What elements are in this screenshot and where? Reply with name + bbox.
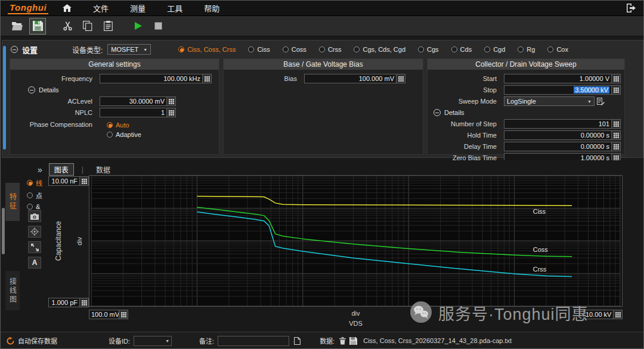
chevron-down-icon: ▼ xyxy=(143,48,147,52)
stop-button[interactable] xyxy=(150,18,166,35)
keypad-icon[interactable] xyxy=(202,74,211,83)
trace-style-option-2[interactable]: 点 xyxy=(27,191,42,200)
watermark: 服务号·Tonghui同惠 xyxy=(410,301,589,325)
param-option-6[interactable]: Cgs xyxy=(418,46,439,53)
chevron-down-icon: ▼ xyxy=(165,339,169,343)
frequency-field[interactable]: 100.000 kHz xyxy=(100,74,212,83)
statusbar: 自动保存数据 设备ID: ▼ 备注: 数据: Ciss, Coss, Crss_… xyxy=(1,332,643,349)
play-icon xyxy=(134,21,143,30)
phase-option-adaptive[interactable]: Adaptive xyxy=(107,131,141,138)
crosshair-icon xyxy=(30,228,39,236)
edit-list-button[interactable] xyxy=(596,96,605,106)
run-button[interactable] xyxy=(129,18,146,35)
save-data-button[interactable] xyxy=(349,337,357,345)
radio-icon xyxy=(418,46,424,52)
sweep-detail-label: Delay Time xyxy=(428,143,504,150)
keypad-icon[interactable] xyxy=(166,108,175,117)
copy-button[interactable] xyxy=(79,18,96,35)
param-option-9[interactable]: Rg xyxy=(518,46,535,53)
delete-data-button[interactable] xyxy=(339,337,346,345)
device-type-select[interactable]: MOSFET ▼ xyxy=(107,44,151,55)
data-label: 数据: xyxy=(320,336,335,345)
param-option-1[interactable]: Ciss, Coss, Crss xyxy=(178,46,236,53)
nplc-label: NPLC xyxy=(10,109,100,116)
param-option-7[interactable]: Cds xyxy=(451,46,472,53)
keypad-icon[interactable] xyxy=(166,97,175,105)
keypad-icon[interactable] xyxy=(611,142,620,151)
exit-icon xyxy=(626,4,636,13)
radio-icon xyxy=(451,46,457,52)
sweep-detail-row: Delay Time0.00000 s xyxy=(428,142,624,151)
nplc-field[interactable]: 1 xyxy=(100,108,176,117)
radio-icon xyxy=(27,192,33,198)
panel-title: Base / Gate Voltage Bias xyxy=(224,59,423,70)
sweep-detail-field[interactable]: 0.00000 s xyxy=(504,130,621,140)
drain-sweep-panel: Collector / Drain Voltage Sweep Start 1.… xyxy=(427,58,625,155)
edit-list-icon xyxy=(597,98,605,105)
text-annotation-button[interactable]: A xyxy=(28,257,41,269)
radio-icon xyxy=(484,46,490,52)
cut-button[interactable] xyxy=(59,18,76,35)
bias-field[interactable]: 100.000 mV xyxy=(304,74,405,83)
save-button[interactable] xyxy=(29,18,46,35)
tab-chart[interactable]: 图表 xyxy=(49,163,74,176)
keypad-icon[interactable] xyxy=(611,120,620,128)
keypad-icon[interactable] xyxy=(611,74,620,83)
keypad-icon[interactable] xyxy=(396,74,405,83)
radio-icon xyxy=(319,46,325,52)
side-tab-wiring-diagram[interactable]: 接线图 xyxy=(5,271,20,310)
param-option-4[interactable]: Crss xyxy=(319,46,342,53)
settings-scrollbar[interactable] xyxy=(3,46,6,149)
watermark-text: 服务号·Tonghui同惠 xyxy=(438,301,589,325)
sweep-detail-field[interactable]: 0.00000 s xyxy=(504,142,621,151)
start-field[interactable]: 1.00000 V xyxy=(504,74,621,83)
stop-field[interactable]: 3.50000 kV xyxy=(504,85,621,95)
home-button[interactable] xyxy=(63,4,72,12)
param-option-3[interactable]: Coss xyxy=(283,46,306,53)
trace-style-option-1[interactable]: 线 xyxy=(27,178,42,188)
trace-style-option-3[interactable]: & xyxy=(27,203,42,210)
general-details-toggle[interactable]: Details xyxy=(28,85,219,95)
device-id-select[interactable]: ▼ xyxy=(134,336,172,346)
trace-style-radio-group: 线点& xyxy=(27,178,42,210)
chart-scrollbar[interactable] xyxy=(2,208,5,254)
sweep-detail-field[interactable]: 101 xyxy=(504,119,621,129)
toolbar xyxy=(1,16,643,36)
scissors-icon xyxy=(63,21,73,31)
menu-file[interactable]: 文件 xyxy=(93,2,109,14)
open-file-button[interactable] xyxy=(9,18,26,35)
param-option-2[interactable]: Ciss xyxy=(248,46,270,53)
bias-label: Bias xyxy=(224,75,304,82)
param-option-10[interactable]: Cox xyxy=(547,46,568,53)
radio-icon xyxy=(107,132,113,138)
zoom-fit-button[interactable] xyxy=(28,241,41,253)
aclevel-field[interactable]: 30.0000 mV xyxy=(100,96,176,106)
collapse-settings-icon[interactable] xyxy=(11,46,18,53)
tab-data[interactable]: 数据 xyxy=(91,164,115,175)
capacitance-plot[interactable]: CissCossCrss xyxy=(89,175,623,307)
keypad-icon[interactable] xyxy=(611,86,620,94)
expand-panel-button[interactable]: » xyxy=(38,165,41,174)
param-option-8[interactable]: Cgd xyxy=(484,46,505,53)
param-option-5[interactable]: Cgs, Cds, Cgd xyxy=(354,46,405,53)
sweep-mode-select[interactable]: LogSingle ▼ xyxy=(504,96,595,106)
keypad-icon[interactable] xyxy=(611,131,620,139)
note-doc-button[interactable] xyxy=(294,337,301,345)
side-tab-characteristics[interactable]: 特征 xyxy=(5,183,20,221)
marker-button[interactable] xyxy=(28,226,41,238)
screenshot-button[interactable] xyxy=(28,210,41,222)
sweep-details-toggle[interactable]: Details xyxy=(434,108,624,117)
note-input[interactable] xyxy=(218,336,289,346)
paste-button[interactable] xyxy=(100,18,116,35)
menu-measure[interactable]: 测量 xyxy=(130,2,145,14)
panel-title: General settings xyxy=(10,59,219,70)
folder-open-icon xyxy=(11,21,23,31)
menu-tools[interactable]: 工具 xyxy=(167,2,182,14)
chevron-down-icon: ▼ xyxy=(587,99,592,104)
menu-help[interactable]: 帮助 xyxy=(204,2,219,14)
exit-button[interactable] xyxy=(626,4,636,13)
parameter-radio-group: Ciss, Coss, CrssCissCossCrssCgs, Cds, Cg… xyxy=(178,46,568,53)
phase-option-auto[interactable]: Auto xyxy=(107,121,141,129)
y-div-label: div xyxy=(76,175,83,307)
wechat-icon xyxy=(410,301,432,325)
